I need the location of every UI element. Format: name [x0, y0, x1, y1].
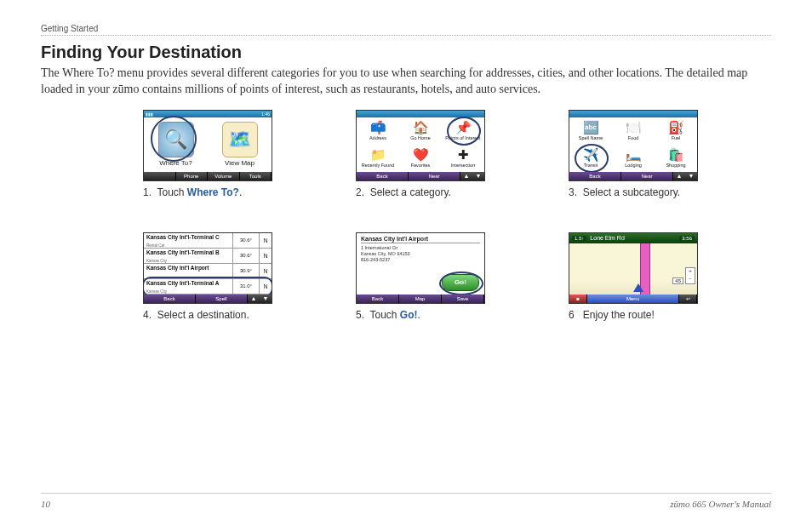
cat-recent[interactable]: 📁Recently Found	[357, 145, 399, 172]
bottom-toolbar: Back Map Save	[357, 294, 484, 303]
subcategory-grid: 🔤Spell Name 🍽️Food ⛽Fuel ✈️Transit 🛏️Lod…	[569, 117, 697, 172]
highlight-circle	[151, 116, 197, 162]
bottom-toolbar: Back Near ▲ ▼	[569, 172, 697, 180]
toolbar-btn[interactable]: Tools	[240, 172, 272, 180]
cat-fuel[interactable]: ⛽Fuel	[655, 117, 697, 145]
cat-go-home[interactable]: 🏠Go Home	[399, 117, 442, 145]
step-1: ▮▮▮ 1:46 🔍 Where To? 🗺️ View Map	[143, 110, 296, 198]
page-number: 10	[41, 499, 50, 509]
page-title: Finding Your Destination	[41, 43, 771, 62]
highlight-circle	[575, 144, 609, 173]
down-arrow[interactable]: ▼	[260, 294, 272, 303]
down-arrow[interactable]: ▼	[685, 172, 697, 180]
food-icon: 🍽️	[626, 122, 642, 134]
heart-icon: ❤️	[413, 149, 429, 162]
map-icon: 🗺️	[222, 122, 258, 157]
screenshot-6: 1.5↑ Lone Elm Rd 3:56 45 +− ■ Menu ↩	[569, 232, 698, 304]
cat-address[interactable]: 📫Address	[357, 117, 399, 145]
status-bar: ▮▮▮ 1:46	[144, 111, 272, 117]
toolbar-btn[interactable]: Phone	[176, 172, 209, 180]
cat-favorites[interactable]: ❤️Favorites	[399, 145, 442, 172]
view-map-label: View Map	[225, 159, 254, 167]
toolbar-btn[interactable]	[144, 172, 176, 180]
cat-food[interactable]: 🍽️Food	[612, 117, 655, 145]
bottom-toolbar: Back Near ▲ ▼	[357, 172, 484, 180]
poi-title: Kansas City Int'l Airport	[361, 236, 480, 243]
caption-6: 6 Enjoy the route!	[569, 309, 722, 321]
vehicle-icon	[633, 283, 643, 292]
near-button[interactable]: Near	[621, 172, 673, 180]
detour-button[interactable]: ↩	[679, 294, 697, 303]
mailbox-icon: 📫	[370, 122, 386, 134]
fuel-icon: ⛽	[668, 122, 684, 134]
toolbar-btn[interactable]: Volume	[208, 172, 240, 180]
caption-5: 5. Touch Go!.	[356, 309, 509, 321]
stop-button[interactable]: ■	[569, 294, 587, 303]
map-button[interactable]: Map	[399, 294, 442, 303]
home-icon: 🏠	[413, 122, 429, 134]
step-6: 1.5↑ Lone Elm Rd 3:56 45 +− ■ Menu ↩ 6	[569, 232, 722, 321]
near-button[interactable]: Near	[409, 172, 460, 180]
cat-poi[interactable]: 📌Points of Interest	[442, 117, 484, 145]
up-arrow[interactable]: ▲	[460, 172, 472, 180]
bed-icon: 🛏️	[626, 149, 642, 162]
step-3: 🔤Spell Name 🍽️Food ⛽Fuel ✈️Transit 🛏️Lod…	[569, 110, 722, 198]
screenshot-4: Kansas City Int'l-Terminal CRental Car30…	[143, 232, 272, 304]
signal-icon: ▮▮▮	[146, 111, 153, 117]
screenshot-5: Kansas City Int'l Airport 1 Internationa…	[356, 232, 485, 304]
cat-shopping[interactable]: 🛍️Shopping	[655, 145, 697, 172]
caption-4: 4. Select a destination.	[143, 309, 296, 321]
cat-intersection[interactable]: ✚Intersection	[442, 145, 484, 172]
poi-address: 1 International Cir Kansas City, MO 6415…	[361, 245, 480, 263]
spell-button[interactable]: Spell	[196, 294, 248, 303]
bottom-toolbar: Phone Volume Tools	[144, 172, 272, 180]
back-button[interactable]: Back	[357, 172, 409, 180]
back-button[interactable]: Back	[144, 294, 196, 303]
menu-button[interactable]: Menu	[587, 294, 679, 303]
list-item[interactable]: Kansas City Int'l-Terminal CRental Car30…	[144, 233, 272, 249]
step-4: Kansas City Int'l-Terminal CRental Car30…	[143, 232, 296, 321]
category-grid: 📫Address 🏠Go Home 📌Points of Interest 📁R…	[357, 117, 484, 172]
highlight-circle	[439, 272, 483, 295]
next-turn-distance: 1.5↑	[572, 236, 586, 241]
bottom-toolbar: Back Spell ▲ ▼	[144, 294, 272, 303]
up-arrow[interactable]: ▲	[673, 172, 685, 180]
cat-spell[interactable]: 🔤Spell Name	[569, 117, 612, 145]
folder-icon: 📁	[370, 149, 386, 162]
zoom-control[interactable]: +−	[685, 267, 695, 284]
screenshot-3: 🔤Spell Name 🍽️Food ⛽Fuel ✈️Transit 🛏️Lod…	[569, 110, 698, 181]
screenshot-2: 📫Address 🏠Go Home 📌Points of Interest 📁R…	[356, 110, 485, 181]
status-bar	[569, 111, 697, 117]
manual-title: zūmo 665 Owner's Manual	[670, 499, 771, 509]
highlight-circle	[447, 117, 481, 146]
step-2: 📫Address 🏠Go Home 📌Points of Interest 📁R…	[356, 110, 509, 198]
map-view[interactable]: 45 +−	[569, 243, 697, 294]
cat-transit[interactable]: ✈️Transit	[569, 145, 612, 172]
cat-lodging[interactable]: 🛏️Lodging	[612, 145, 655, 172]
section-header: Getting Started	[41, 24, 771, 36]
route-banner: 1.5↑ Lone Elm Rd 3:56	[569, 233, 697, 243]
caption-3: 3. Select a subcategory.	[569, 186, 722, 198]
cross-icon: ✚	[458, 149, 469, 162]
eta: 3:56	[679, 236, 695, 241]
view-map-button[interactable]: 🗺️ View Map	[208, 117, 272, 172]
caption-2: 2. Select a category.	[356, 186, 509, 198]
where-to-button[interactable]: 🔍 Where To?	[144, 117, 208, 172]
go-button[interactable]: Go!	[442, 274, 479, 291]
back-button[interactable]: Back	[569, 172, 621, 180]
keyboard-icon: 🔤	[583, 122, 599, 134]
down-arrow[interactable]: ▼	[472, 172, 484, 180]
back-button[interactable]: Back	[357, 294, 399, 303]
steps-grid: ▮▮▮ 1:46 🔍 Where To? 🗺️ View Map	[41, 110, 771, 321]
speed-indicator: 45	[672, 277, 683, 284]
clock: 1:46	[261, 111, 270, 117]
up-arrow[interactable]: ▲	[248, 294, 260, 303]
bottom-toolbar: ■ Menu ↩	[569, 294, 697, 303]
save-button[interactable]: Save	[442, 294, 484, 303]
list-item[interactable]: Kansas City Int'l-Terminal AKansas City3…	[144, 279, 272, 294]
page-footer: 10 zūmo 665 Owner's Manual	[41, 493, 771, 509]
screenshot-1: ▮▮▮ 1:46 🔍 Where To? 🗺️ View Map	[143, 110, 272, 181]
intro-paragraph: The Where To? menu provides several diff…	[41, 66, 771, 98]
road-name: Lone Elm Rd	[590, 235, 624, 241]
list-item[interactable]: Kansas City Int'l-Terminal BKansas City3…	[144, 249, 272, 264]
